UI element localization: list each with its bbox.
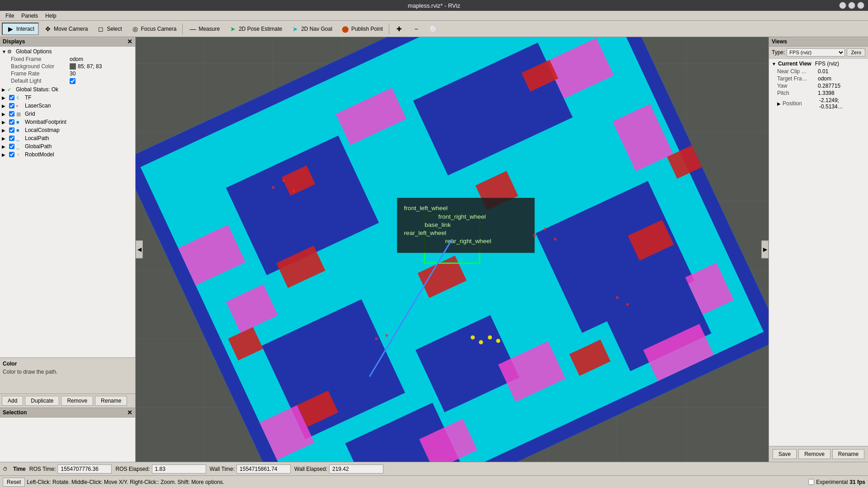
laser-scan-label: LaserScan (25, 103, 51, 109)
fixed-frame-value[interactable]: odom (70, 56, 83, 62)
position-expand[interactable]: ▶ (777, 101, 781, 106)
measure-button[interactable]: ― Measure (184, 23, 224, 35)
laser-scan-item[interactable]: ▶ ▪ LaserScan (0, 102, 135, 110)
type-select[interactable]: FPS (rviz) Orbit (rviz) TopDown Ortho (r… (787, 48, 845, 56)
add-button[interactable]: Add (2, 396, 23, 406)
menu-panels[interactable]: Panels (18, 12, 42, 20)
global-path-label: GlobalPath (25, 143, 52, 150)
close-button[interactable] (857, 2, 864, 9)
pitch-value[interactable]: 1.3398 (818, 90, 835, 96)
minimize-button[interactable] (839, 2, 846, 9)
experimental-checkbox[interactable] (808, 479, 814, 485)
select-button[interactable]: ◻ Select (93, 23, 126, 35)
yaw-value[interactable]: 0.287715 (818, 83, 840, 89)
extra-button-3[interactable]: ⚪ (425, 23, 442, 35)
crosshair-icon: ✚ (395, 25, 403, 33)
svg-point-63 (385, 334, 388, 337)
views-title: Views (772, 38, 787, 45)
focus-camera-button[interactable]: ◎ Focus Camera (127, 23, 181, 35)
current-view-header[interactable]: ▼ Current View FPS (rviz) (770, 60, 867, 68)
near-clip-value[interactable]: 0.01 (818, 68, 828, 75)
views-remove-button[interactable]: Remove (798, 449, 830, 459)
viewport[interactable]: front_left_wheel front_right_wheel base_… (136, 37, 769, 462)
maximize-button[interactable] (848, 2, 855, 9)
displays-close-button[interactable]: ✕ (127, 38, 132, 45)
default-light-checkbox[interactable] (70, 78, 75, 84)
displays-header: Displays ✕ (0, 37, 135, 47)
grid-expand[interactable]: ▶ (2, 112, 7, 117)
robot-model-icon: ♀ (16, 151, 24, 158)
menu-file[interactable]: File (2, 12, 18, 20)
views-rename-button[interactable]: Rename (832, 449, 864, 459)
laser-scan-checkbox[interactable] (9, 103, 14, 108)
global-path-checkbox[interactable] (9, 144, 14, 149)
tf-expand[interactable]: ▶ (2, 95, 7, 100)
default-light-value[interactable] (70, 78, 75, 84)
local-path-expand[interactable]: ▶ (2, 136, 7, 141)
interact-icon: ▶ (6, 25, 14, 33)
remove-button[interactable]: Remove (61, 396, 93, 406)
toolbar-separator-2 (389, 23, 389, 34)
global-options-item[interactable]: ▼ ⚙ Global Options (0, 47, 135, 56)
robot-model-item[interactable]: ▶ ♀ RobotModel (0, 150, 135, 159)
yaw-label: Yaw (777, 83, 818, 89)
local-costmap-checkbox[interactable] (9, 127, 14, 133)
robot-model-expand[interactable]: ▶ (2, 152, 7, 157)
pose-estimate-button[interactable]: ➤ 2D Pose Estimate (225, 23, 286, 35)
svg-point-58 (292, 190, 295, 192)
local-costmap-item[interactable]: ▶ ■ LocalCostmap (0, 126, 135, 134)
local-costmap-expand[interactable]: ▶ (2, 128, 7, 133)
move-camera-button[interactable]: ✥ Move Camera (40, 23, 92, 35)
global-options-expand[interactable]: ▼ (2, 49, 7, 54)
grid-item[interactable]: ▶ ▦ Grid (0, 110, 135, 118)
views-save-button[interactable]: Save (773, 449, 797, 459)
left-panel: Displays ✕ ▼ ⚙ Global Options Fixed Fram… (0, 37, 136, 462)
default-light-prop: Default Light (0, 77, 135, 84)
global-options-label: Global Options (16, 48, 52, 55)
background-color-swatch[interactable] (70, 63, 76, 70)
views-header: Views (769, 37, 868, 47)
rename-button[interactable]: Rename (95, 396, 127, 406)
extra-button-1[interactable]: ✚ (391, 23, 407, 35)
duplicate-button[interactable]: Duplicate (25, 396, 59, 406)
viewport-scroll-right[interactable]: ▶ (761, 240, 769, 258)
tf-item[interactable]: ▶ ☇ TF (0, 94, 135, 102)
zero-button[interactable]: Zero (847, 48, 865, 56)
pitch-label: Pitch (777, 90, 818, 96)
tf-checkbox[interactable] (9, 95, 14, 100)
global-status-item[interactable]: ▶ ✓ Global Status: Ok (0, 85, 135, 94)
frame-rate-value[interactable]: 30 (70, 70, 75, 77)
wombat-footprint-item[interactable]: ▶ ■ WombatFootprint (0, 118, 135, 126)
grid-checkbox[interactable] (9, 111, 14, 117)
position-value[interactable]: -2.1249; -0.5134… (819, 97, 860, 110)
background-color-label: Background Color (11, 63, 70, 70)
background-color-value[interactable]: 85; 87; 83 (70, 63, 102, 70)
global-status-expand[interactable]: ▶ (2, 87, 7, 92)
wombat-footprint-expand[interactable]: ▶ (2, 120, 7, 125)
menu-help[interactable]: Help (42, 12, 60, 20)
publish-point-button[interactable]: ⬤ Publish Point (337, 23, 387, 35)
wombat-footprint-label: WombatFootprint (25, 119, 66, 125)
local-path-checkbox[interactable] (9, 136, 14, 141)
local-path-item[interactable]: ▶ ⎯ LocalPath (0, 134, 135, 142)
viewport-scroll-left[interactable]: ◀ (136, 240, 143, 258)
global-path-item[interactable]: ▶ ⎯ GlobalPath (0, 142, 135, 150)
svg-point-65 (626, 303, 629, 306)
window-controls[interactable] (839, 2, 864, 9)
wombat-footprint-checkbox[interactable] (9, 119, 14, 125)
nav-goal-button[interactable]: ➤ 2D Nav Goal (287, 23, 336, 35)
extra-button-2[interactable]: − (408, 23, 425, 35)
publish-point-icon: ⬤ (341, 25, 349, 33)
interact-button[interactable]: ▶ Interact (2, 23, 39, 35)
status-bar: Reset Left-Click: Rotate. Middle-Click: … (0, 475, 868, 488)
pitch-prop: Pitch 1.3398 (770, 89, 867, 97)
reset-button[interactable]: Reset (3, 478, 25, 487)
global-path-expand[interactable]: ▶ (2, 144, 7, 149)
publish-point-label: Publish Point (351, 26, 383, 32)
target-frame-value[interactable]: odom (818, 75, 831, 82)
robot-model-checkbox[interactable] (9, 152, 14, 157)
tf-label: TF (25, 94, 32, 101)
laser-scan-expand[interactable]: ▶ (2, 103, 7, 108)
fixed-frame-label: Fixed Frame (11, 56, 70, 62)
selection-close-button[interactable]: ✕ (127, 409, 132, 416)
